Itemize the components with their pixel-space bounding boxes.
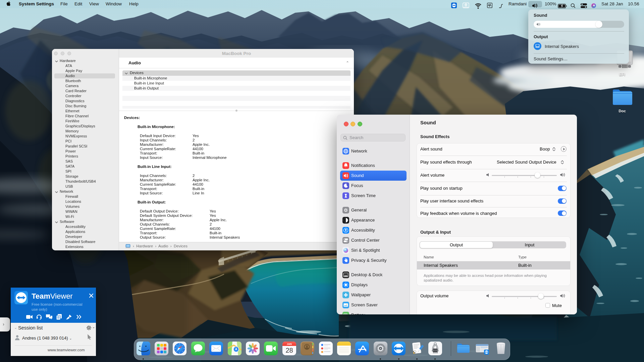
svg-text:JAN: JAN	[287, 343, 292, 346]
svg-text:28: 28	[285, 347, 293, 354]
svg-text:OIIIO: OIIIO	[433, 350, 438, 351]
